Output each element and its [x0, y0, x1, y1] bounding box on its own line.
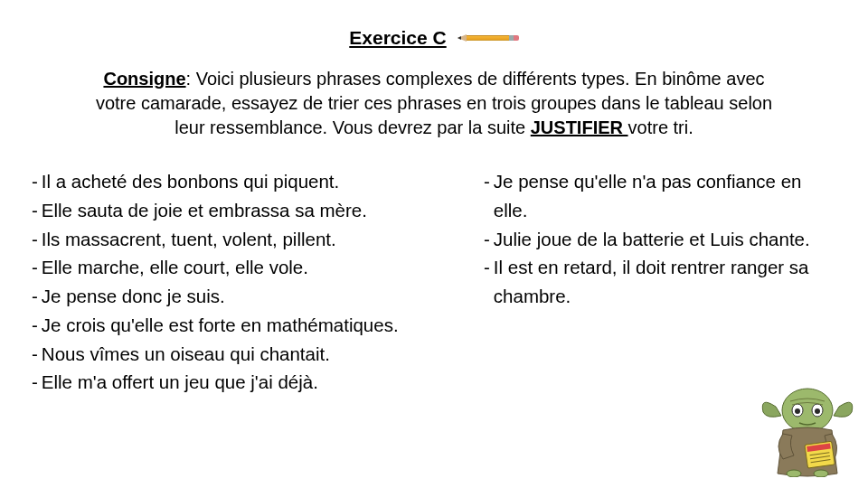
- sentence-text: Je crois qu'elle est forte en mathématiq…: [42, 311, 457, 340]
- yoda-reading-illustration: [758, 369, 857, 477]
- svg-point-11: [787, 470, 801, 477]
- list-item: - Il est en retard, il doit rentrer rang…: [484, 253, 832, 311]
- svg-point-0: [782, 389, 833, 432]
- list-item: -Je crois qu'elle est forte en mathémati…: [32, 311, 457, 340]
- list-item: -Elle sauta de joie et embrassa sa mère.: [32, 196, 457, 225]
- list-item: -Il a acheté des bonbons qui piquent.: [32, 167, 457, 196]
- sentence-text: Il est en retard, il doit rentrer ranger…: [494, 253, 832, 311]
- instructions-label: Consigne: [103, 69, 185, 89]
- svg-point-4: [815, 408, 820, 414]
- title-row: Exercice C: [32, 27, 836, 49]
- list-item: - Je pense donc je suis.: [32, 282, 457, 311]
- list-item: -Elle marche, elle court, elle vole.: [32, 253, 457, 282]
- list-item: -Julie joue de la batterie et Luis chant…: [484, 225, 832, 254]
- list-item: - Je pense qu'elle n'a pas confiance en …: [484, 167, 832, 225]
- left-column: -Il a acheté des bonbons qui piquent. -E…: [32, 167, 457, 397]
- sentence-text: Je pense qu'elle n'a pas confiance en el…: [494, 167, 832, 225]
- sentence-text: Elle sauta de joie et embrassa sa mère.: [42, 196, 457, 225]
- instructions-emphasis: JUSTIFIER: [531, 117, 628, 137]
- instructions-text-after: votre tri.: [628, 117, 693, 137]
- sentence-text: Elle m'a offert un jeu que j'ai déjà.: [42, 368, 457, 397]
- sentence-text: Elle marche, elle court, elle vole.: [42, 253, 457, 282]
- sentence-text: Nous vîmes un oiseau qui chantait.: [42, 340, 457, 369]
- sentence-text: Il a acheté des bonbons qui piquent.: [42, 167, 457, 196]
- sentences-columns: -Il a acheté des bonbons qui piquent. -E…: [32, 167, 836, 397]
- sentence-text: Ils massacrent, tuent, volent, pillent.: [42, 225, 457, 254]
- list-item: -Elle m'a offert un jeu que j'ai déjà.: [32, 368, 457, 397]
- svg-point-12: [814, 470, 828, 477]
- list-item: -Ils massacrent, tuent, volent, pillent.: [32, 225, 457, 254]
- sentence-text: Je pense donc je suis.: [42, 282, 457, 311]
- instructions: Consigne: Voici plusieurs phrases comple…: [81, 67, 787, 140]
- exercise-title: Exercice C: [349, 27, 446, 49]
- svg-point-3: [795, 408, 800, 414]
- right-column: - Je pense qu'elle n'a pas confiance en …: [484, 167, 836, 397]
- list-item: -Nous vîmes un oiseau qui chantait.: [32, 340, 457, 369]
- pencil-icon: [458, 33, 519, 42]
- sentence-text: Julie joue de la batterie et Luis chante…: [494, 225, 832, 254]
